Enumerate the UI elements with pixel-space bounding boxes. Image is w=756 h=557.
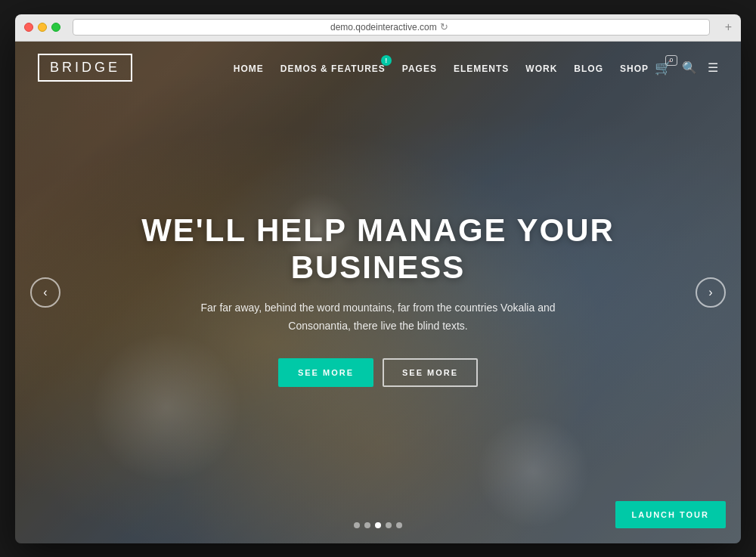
hero-secondary-button[interactable]: SEE MORE — [383, 358, 478, 387]
navbar: BRIDGE HOME DEMOS & FEATURES ! PAGES ELE… — [15, 42, 741, 94]
nav-link-elements[interactable]: ELEMENTS — [454, 63, 509, 74]
traffic-lights — [24, 23, 60, 32]
minimize-button[interactable] — [38, 23, 47, 32]
nav-item-shop[interactable]: SHOP — [620, 61, 649, 75]
site-logo[interactable]: BRIDGE — [38, 54, 132, 82]
nav-item-work[interactable]: WORK — [525, 61, 557, 75]
website-content: BRIDGE HOME DEMOS & FEATURES ! PAGES ELE… — [15, 42, 741, 543]
slide-dot-2[interactable] — [364, 522, 370, 528]
cart-icon[interactable]: 🛒 0 — [655, 60, 671, 76]
url-bar[interactable]: demo.qodeinteractive.com ↻ — [73, 19, 710, 36]
menu-icon[interactable]: ☰ — [708, 60, 718, 75]
url-text: demo.qodeinteractive.com — [330, 22, 437, 32]
maximize-button[interactable] — [51, 23, 60, 32]
prev-arrow-icon: ‹ — [43, 286, 47, 299]
refresh-icon[interactable]: ↻ — [440, 21, 452, 33]
slide-dot-1[interactable] — [354, 522, 360, 528]
cart-count: 0 — [665, 55, 677, 66]
nav-link-home[interactable]: HOME — [234, 63, 264, 74]
nav-item-elements[interactable]: ELEMENTS — [454, 61, 509, 75]
next-arrow-icon: › — [708, 286, 712, 299]
slider-prev-button[interactable]: ‹ — [30, 277, 60, 308]
nav-item-home[interactable]: HOME — [234, 61, 264, 75]
slide-dot-4[interactable] — [386, 522, 392, 528]
browser-titlebar: demo.qodeinteractive.com ↻ + — [15, 14, 741, 42]
hero-buttons: SEE MORE SEE MORE — [278, 358, 478, 387]
nav-item-blog[interactable]: BLOG — [574, 61, 603, 75]
slide-dot-5[interactable] — [396, 522, 402, 528]
demos-badge: ! — [381, 55, 392, 66]
nav-icons: 🛒 0 🔍 ☰ — [655, 60, 718, 76]
launch-tour-button[interactable]: LAUNCH TOUR — [615, 501, 726, 528]
nav-link-pages[interactable]: PAGES — [402, 63, 437, 74]
nav-link-blog[interactable]: BLOG — [574, 63, 603, 74]
slide-dot-3[interactable] — [375, 522, 381, 528]
nav-link-demos[interactable]: DEMOS & FEATURES — [280, 63, 386, 74]
nav-item-demos[interactable]: DEMOS & FEATURES ! — [280, 61, 386, 75]
hero-primary-button[interactable]: SEE MORE — [278, 358, 373, 387]
search-icon[interactable]: 🔍 — [682, 60, 697, 75]
new-tab-button[interactable]: + — [725, 20, 732, 34]
nav-item-pages[interactable]: PAGES — [402, 61, 437, 75]
slider-dots — [354, 522, 402, 528]
nav-links: HOME DEMOS & FEATURES ! PAGES ELEMENTS W… — [234, 61, 649, 75]
hero-subtitle: Far far away, behind the word mountains,… — [197, 299, 559, 336]
slider-next-button[interactable]: › — [696, 277, 726, 308]
nav-link-shop[interactable]: SHOP — [620, 63, 649, 74]
hero-title: WE'LL HELP MANAGE YOUR BUSINESS — [76, 212, 680, 286]
close-button[interactable] — [24, 23, 33, 32]
nav-link-work[interactable]: WORK — [525, 63, 557, 74]
browser-window: demo.qodeinteractive.com ↻ + BRIDGE HOME… — [15, 14, 741, 543]
hero-content: WE'LL HELP MANAGE YOUR BUSINESS Far far … — [15, 57, 741, 543]
